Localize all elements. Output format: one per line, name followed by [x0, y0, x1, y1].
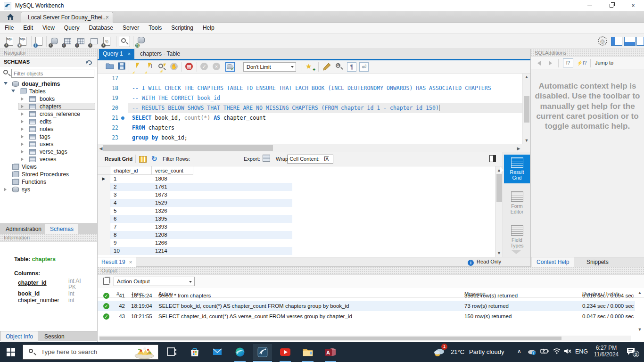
cell-chapter-id[interactable]: 10	[110, 247, 152, 255]
sql-line-20[interactable]: 20-- RESULTS BELOW SHOWS THAT THERE ARE …	[98, 103, 522, 113]
save-icon[interactable]	[118, 62, 127, 72]
rollback-icon[interactable]: ×	[212, 62, 222, 72]
expand-icon[interactable]	[21, 97, 24, 101]
editor-horizontal-scrollbar[interactable]: ◀ ▶	[98, 144, 530, 152]
tab-query-1[interactable]: Query 1×	[99, 49, 134, 59]
sql-line-17[interactable]: 17	[98, 74, 522, 83]
row-marker[interactable]	[98, 191, 110, 199]
expand-icon[interactable]	[21, 112, 24, 116]
limit-rows-dropdown[interactable]: Don't Limit	[243, 62, 296, 72]
taskbar-microsoft-store-icon[interactable]	[185, 344, 204, 360]
row-marker[interactable]: ▶	[98, 175, 110, 183]
cell-chapter-id[interactable]: 7	[110, 223, 152, 231]
create-function-icon[interactable]: f()+	[102, 36, 113, 47]
cell-verse-count[interactable]: 1326	[152, 207, 193, 215]
grid-row[interactable]: 41529	[98, 199, 292, 207]
taskbar-mysql-workbench-icon[interactable]	[253, 344, 272, 360]
new-sql-tab-icon[interactable]: SQL+	[5, 36, 16, 47]
row-marker[interactable]	[98, 199, 110, 207]
collapse-icon[interactable]	[4, 82, 8, 85]
expand-icon[interactable]	[21, 105, 24, 108]
query-tab-close-icon[interactable]: ×	[128, 51, 131, 57]
menu-scripting[interactable]: Scripting	[166, 23, 198, 33]
row-marker[interactable]	[98, 239, 110, 247]
save-snippet-icon[interactable]: ★+	[305, 62, 315, 72]
create-view-icon[interactable]: +	[75, 36, 87, 47]
menu-file[interactable]: File	[0, 23, 18, 33]
weather-temp[interactable]: 21°C	[451, 348, 464, 355]
sql-line-19[interactable]: 19-- WITH THE CORRECT book_id	[98, 93, 522, 103]
reconnect-dbms-icon[interactable]: ⇅	[136, 36, 147, 47]
cell-chapter-id[interactable]: 4	[110, 199, 152, 207]
grid-row[interactable]: 51326	[98, 207, 292, 215]
commit-icon[interactable]: ✓	[200, 62, 209, 72]
open-sql-file-icon[interactable]: SQL▾	[18, 36, 29, 47]
weather-icon[interactable]: 1	[431, 345, 446, 358]
row-marker[interactable]	[98, 231, 110, 239]
grid-row[interactable]: ▶11808	[98, 175, 292, 183]
weather-desc[interactable]: Partly cloudy	[469, 348, 504, 355]
create-schema-icon[interactable]: +	[49, 36, 60, 47]
tree-item-tags[interactable]: tags	[0, 133, 97, 140]
sql-editor[interactable]: 1718-- I WILL CHECK THE CHAPTERS TABLE T…	[98, 74, 522, 144]
task-view-button[interactable]	[162, 344, 181, 360]
cell-chapter-id[interactable]: 3	[110, 191, 152, 199]
field-types-view-button[interactable]: Field Types	[504, 222, 530, 251]
wrap-cell-content-icon[interactable]: ĪA	[324, 156, 329, 162]
grid-row[interactable]: 61395	[98, 215, 292, 223]
tree-item-users[interactable]: users	[0, 140, 97, 148]
tab-object-info[interactable]: Object Info	[1, 331, 38, 342]
tree-item-edits[interactable]: edits	[0, 118, 97, 125]
grid-row[interactable]: 81208	[98, 231, 292, 239]
search-highlight-food-image[interactable]	[133, 346, 155, 359]
cell-verse-count[interactable]: 1673	[152, 191, 193, 199]
expand-icon[interactable]	[21, 135, 24, 139]
restore-button[interactable]	[601, 0, 622, 11]
action-center-icon[interactable]: 2	[626, 347, 637, 356]
taskbar-mail-icon[interactable]	[208, 344, 227, 360]
create-procedure-icon[interactable]: +	[89, 36, 100, 47]
cell-verse-count[interactable]: 1395	[152, 215, 193, 223]
toggle-left-sidebar-icon[interactable]	[611, 37, 622, 46]
toggle-side-panel-icon[interactable]	[489, 155, 496, 162]
expand-icon[interactable]	[4, 188, 7, 191]
cell-verse-count[interactable]: 1761	[152, 183, 193, 191]
cell-chapter-id[interactable]: 8	[110, 231, 152, 239]
expand-icon[interactable]	[21, 127, 24, 131]
cell-chapter-id[interactable]: 6	[110, 215, 152, 223]
menu-edit[interactable]: Edit	[18, 23, 38, 33]
tree-item-verses[interactable]: verses	[0, 156, 97, 163]
grid-column-header-verse-count[interactable]: verse_count	[152, 166, 193, 175]
output-horizontal-scrollbar[interactable]	[99, 336, 631, 341]
taskbar-search-box[interactable]: Type here to search	[23, 345, 158, 360]
taskbar-access-icon[interactable]: A	[321, 344, 340, 360]
connection-tab-close-icon[interactable]: ×	[106, 12, 109, 23]
cell-chapter-id[interactable]: 2	[110, 183, 152, 191]
cell-verse-count[interactable]: 1529	[152, 199, 193, 207]
tree-item-cross-reference[interactable]: cross_reference	[0, 110, 97, 118]
open-file-icon[interactable]	[106, 62, 115, 72]
beautify-sql-icon[interactable]	[322, 62, 331, 72]
export-results-icon[interactable]	[263, 155, 270, 162]
tree-item-views[interactable]: Views	[0, 163, 97, 171]
form-editor-view-button[interactable]: Form Editor	[504, 189, 530, 217]
filter-objects-input[interactable]	[11, 69, 94, 78]
sql-line-21[interactable]: 21SELECT book_id, count(*) AS chapter_co…	[98, 113, 522, 123]
cell-verse-count[interactable]: 1208	[152, 231, 193, 239]
toggle-output-area-icon[interactable]	[624, 37, 636, 46]
onedrive-icon[interactable]: i	[527, 348, 537, 355]
tab-administration[interactable]: Administration	[1, 224, 46, 234]
toggle-right-sidebar-icon[interactable]	[636, 37, 644, 46]
auto-context-help-icon[interactable]: ⚡I?	[576, 58, 587, 67]
taskbar-youtube-icon[interactable]	[276, 344, 295, 360]
inspector-icon[interactable]: i	[34, 36, 45, 47]
execute-current-statement-icon[interactable]: I	[145, 62, 155, 72]
preferences-icon[interactable]: ◎	[598, 36, 607, 46]
clock[interactable]: 6:27 PM 11/6/2024	[590, 345, 622, 358]
tree-item-stored-procedures[interactable]: Stored Procedures	[0, 171, 97, 178]
taskbar-file-explorer-icon[interactable]	[298, 344, 317, 360]
cell-verse-count[interactable]: 1266	[152, 239, 193, 247]
expand-icon[interactable]	[21, 157, 24, 161]
tab-snippets[interactable]: Snippets	[582, 257, 613, 267]
tray-chevron-icon[interactable]: ∧	[517, 348, 521, 354]
